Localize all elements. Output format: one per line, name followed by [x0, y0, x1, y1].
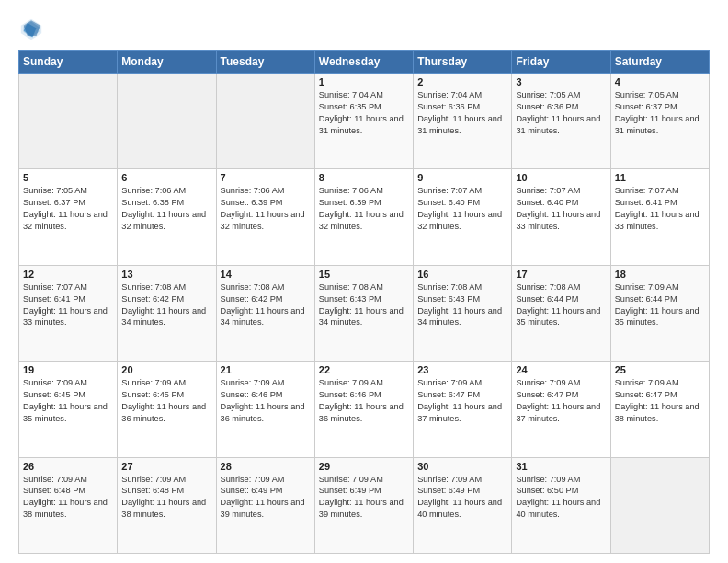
day-cell: 8Sunrise: 7:06 AMSunset: 6:39 PMDaylight…	[314, 169, 413, 265]
day-info: Sunrise: 7:04 AMSunset: 6:36 PMDaylight:…	[417, 89, 507, 137]
day-cell: 13Sunrise: 7:08 AMSunset: 6:42 PMDayligh…	[118, 265, 216, 361]
day-cell: 4Sunrise: 7:05 AMSunset: 6:37 PMDaylight…	[610, 74, 709, 169]
day-info: Sunrise: 7:09 AMSunset: 6:46 PMDaylight:…	[221, 377, 311, 425]
day-cell: 30Sunrise: 7:09 AMSunset: 6:49 PMDayligh…	[414, 457, 512, 553]
day-info: Sunrise: 7:08 AMSunset: 6:44 PMDaylight:…	[516, 282, 606, 329]
day-cell: 6Sunrise: 7:06 AMSunset: 6:38 PMDaylight…	[118, 169, 216, 265]
day-cell	[118, 74, 216, 169]
day-cell: 3Sunrise: 7:05 AMSunset: 6:36 PMDaylight…	[512, 74, 610, 169]
weekday-header: Sunday	[19, 51, 118, 74]
day-info: Sunrise: 7:09 AMSunset: 6:48 PMDaylight:…	[121, 474, 211, 522]
day-cell: 10Sunrise: 7:07 AMSunset: 6:40 PMDayligh…	[512, 169, 610, 265]
day-number: 23	[417, 364, 507, 375]
day-number: 6	[121, 172, 211, 183]
day-cell: 28Sunrise: 7:09 AMSunset: 6:49 PMDayligh…	[216, 457, 314, 553]
day-cell: 2Sunrise: 7:04 AMSunset: 6:36 PMDaylight…	[414, 74, 512, 169]
day-number: 14	[221, 269, 311, 280]
day-info: Sunrise: 7:07 AMSunset: 6:41 PMDaylight:…	[23, 282, 113, 329]
day-number: 21	[221, 364, 311, 375]
day-number: 19	[23, 364, 113, 375]
day-number: 28	[221, 461, 311, 472]
day-cell: 22Sunrise: 7:09 AMSunset: 6:46 PMDayligh…	[314, 362, 413, 457]
day-info: Sunrise: 7:07 AMSunset: 6:40 PMDaylight:…	[516, 185, 606, 233]
day-number: 17	[516, 269, 606, 280]
day-number: 5	[23, 172, 113, 183]
day-cell: 23Sunrise: 7:09 AMSunset: 6:47 PMDayligh…	[414, 362, 512, 457]
day-cell: 7Sunrise: 7:06 AMSunset: 6:39 PMDaylight…	[216, 169, 314, 265]
day-info: Sunrise: 7:08 AMSunset: 6:42 PMDaylight:…	[121, 282, 211, 329]
day-number: 4	[615, 76, 705, 87]
day-cell: 21Sunrise: 7:09 AMSunset: 6:46 PMDayligh…	[216, 362, 314, 457]
day-info: Sunrise: 7:05 AMSunset: 6:36 PMDaylight:…	[516, 89, 606, 137]
day-info: Sunrise: 7:07 AMSunset: 6:41 PMDaylight:…	[615, 185, 705, 233]
day-cell: 17Sunrise: 7:08 AMSunset: 6:44 PMDayligh…	[512, 265, 610, 361]
day-info: Sunrise: 7:07 AMSunset: 6:40 PMDaylight:…	[417, 185, 507, 233]
day-info: Sunrise: 7:06 AMSunset: 6:39 PMDaylight:…	[221, 185, 311, 233]
day-cell: 18Sunrise: 7:09 AMSunset: 6:44 PMDayligh…	[610, 265, 709, 361]
day-number: 29	[319, 461, 409, 472]
day-info: Sunrise: 7:09 AMSunset: 6:50 PMDaylight:…	[516, 474, 606, 522]
day-cell: 25Sunrise: 7:09 AMSunset: 6:47 PMDayligh…	[610, 362, 709, 457]
logo-icon	[18, 17, 44, 42]
day-cell: 26Sunrise: 7:09 AMSunset: 6:48 PMDayligh…	[19, 457, 118, 553]
day-cell	[216, 74, 314, 169]
week-row: 5Sunrise: 7:05 AMSunset: 6:37 PMDaylight…	[19, 169, 710, 265]
day-number: 18	[615, 269, 705, 280]
day-info: Sunrise: 7:09 AMSunset: 6:44 PMDaylight:…	[615, 282, 705, 329]
day-number: 11	[615, 172, 705, 183]
day-info: Sunrise: 7:09 AMSunset: 6:47 PMDaylight:…	[615, 377, 705, 425]
day-info: Sunrise: 7:08 AMSunset: 6:43 PMDaylight:…	[319, 282, 409, 329]
day-cell	[19, 74, 118, 169]
day-info: Sunrise: 7:09 AMSunset: 6:47 PMDaylight:…	[516, 377, 606, 425]
day-number: 7	[221, 172, 311, 183]
day-info: Sunrise: 7:09 AMSunset: 6:47 PMDaylight:…	[417, 377, 507, 425]
week-row: 19Sunrise: 7:09 AMSunset: 6:45 PMDayligh…	[19, 362, 710, 457]
page: SundayMondayTuesdayWednesdayThursdayFrid…	[0, 0, 728, 563]
day-info: Sunrise: 7:09 AMSunset: 6:48 PMDaylight:…	[23, 474, 113, 522]
day-cell: 16Sunrise: 7:08 AMSunset: 6:43 PMDayligh…	[414, 265, 512, 361]
day-number: 2	[417, 76, 507, 87]
day-cell: 29Sunrise: 7:09 AMSunset: 6:49 PMDayligh…	[314, 457, 413, 553]
day-cell: 27Sunrise: 7:09 AMSunset: 6:48 PMDayligh…	[118, 457, 216, 553]
day-cell: 14Sunrise: 7:08 AMSunset: 6:42 PMDayligh…	[216, 265, 314, 361]
day-number: 25	[615, 364, 705, 375]
day-info: Sunrise: 7:09 AMSunset: 6:45 PMDaylight:…	[23, 377, 113, 425]
day-info: Sunrise: 7:09 AMSunset: 6:45 PMDaylight:…	[121, 377, 211, 425]
calendar: SundayMondayTuesdayWednesdayThursdayFrid…	[18, 50, 710, 554]
day-cell: 24Sunrise: 7:09 AMSunset: 6:47 PMDayligh…	[512, 362, 610, 457]
day-info: Sunrise: 7:04 AMSunset: 6:35 PMDaylight:…	[319, 89, 409, 137]
day-info: Sunrise: 7:06 AMSunset: 6:39 PMDaylight:…	[319, 185, 409, 233]
day-info: Sunrise: 7:09 AMSunset: 6:49 PMDaylight:…	[221, 474, 311, 522]
day-number: 30	[417, 461, 507, 472]
day-cell: 12Sunrise: 7:07 AMSunset: 6:41 PMDayligh…	[19, 265, 118, 361]
day-number: 13	[121, 269, 211, 280]
day-number: 12	[23, 269, 113, 280]
day-cell: 1Sunrise: 7:04 AMSunset: 6:35 PMDaylight…	[314, 74, 413, 169]
weekday-header: Tuesday	[216, 51, 314, 74]
day-number: 8	[319, 172, 409, 183]
day-cell	[610, 457, 709, 553]
day-number: 24	[516, 364, 606, 375]
day-cell: 11Sunrise: 7:07 AMSunset: 6:41 PMDayligh…	[610, 169, 709, 265]
day-cell: 5Sunrise: 7:05 AMSunset: 6:37 PMDaylight…	[19, 169, 118, 265]
weekday-header: Wednesday	[314, 51, 413, 74]
day-number: 27	[121, 461, 211, 472]
day-number: 3	[516, 76, 606, 87]
day-cell: 20Sunrise: 7:09 AMSunset: 6:45 PMDayligh…	[118, 362, 216, 457]
day-number: 10	[516, 172, 606, 183]
day-cell: 9Sunrise: 7:07 AMSunset: 6:40 PMDaylight…	[414, 169, 512, 265]
day-cell: 31Sunrise: 7:09 AMSunset: 6:50 PMDayligh…	[512, 457, 610, 553]
day-info: Sunrise: 7:06 AMSunset: 6:38 PMDaylight:…	[121, 185, 211, 233]
day-number: 1	[319, 76, 409, 87]
day-info: Sunrise: 7:09 AMSunset: 6:49 PMDaylight:…	[319, 474, 409, 522]
day-cell: 15Sunrise: 7:08 AMSunset: 6:43 PMDayligh…	[314, 265, 413, 361]
weekday-header-row: SundayMondayTuesdayWednesdayThursdayFrid…	[19, 51, 710, 74]
day-info: Sunrise: 7:09 AMSunset: 6:46 PMDaylight:…	[319, 377, 409, 425]
day-number: 22	[319, 364, 409, 375]
day-info: Sunrise: 7:08 AMSunset: 6:43 PMDaylight:…	[417, 282, 507, 329]
day-number: 16	[417, 269, 507, 280]
week-row: 26Sunrise: 7:09 AMSunset: 6:48 PMDayligh…	[19, 457, 710, 553]
day-info: Sunrise: 7:05 AMSunset: 6:37 PMDaylight:…	[23, 185, 113, 233]
week-row: 1Sunrise: 7:04 AMSunset: 6:35 PMDaylight…	[19, 74, 710, 169]
day-number: 9	[417, 172, 507, 183]
